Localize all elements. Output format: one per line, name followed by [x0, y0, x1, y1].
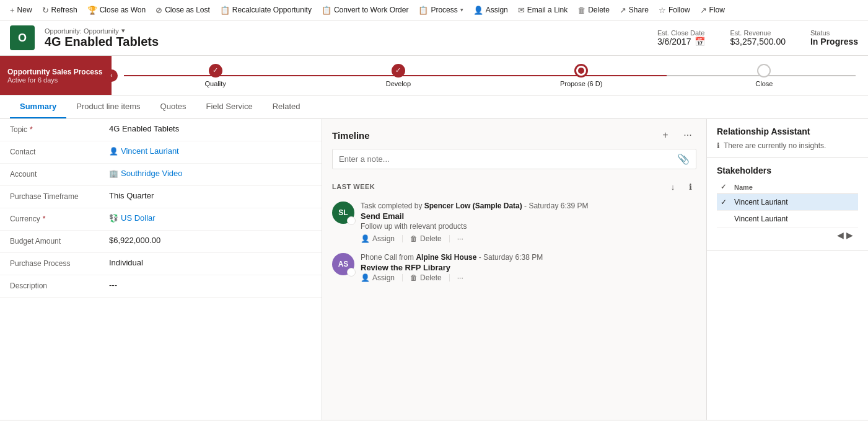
- field-value-description[interactable]: ---: [109, 280, 312, 290]
- account-link[interactable]: 🏢 Southridge Video: [109, 169, 183, 178]
- toolbar-email-link-button[interactable]: ✉ Email a Link: [513, 0, 572, 20]
- timeline-add-button[interactable]: +: [657, 126, 674, 144]
- toolbar-convert-button[interactable]: 📋 Convert to Work Order: [317, 0, 413, 20]
- info-icon[interactable]: ℹ: [684, 180, 696, 193]
- timeline-more-actions-button-1[interactable]: ···: [457, 234, 463, 243]
- toolbar-assign-button[interactable]: 👤 Assign: [468, 0, 513, 20]
- timeline-delete-button-2[interactable]: 🗑 Delete: [410, 273, 442, 282]
- task-completed-icon: ✓: [347, 216, 356, 225]
- attachment-icon[interactable]: 📎: [677, 153, 690, 165]
- stakeholders-section: Stakeholders ✓ Name ✓ Vincent Lauriant: [707, 158, 868, 250]
- sort-icon[interactable]: ↓: [667, 180, 679, 193]
- tab-product-line-items[interactable]: Product line items: [66, 95, 150, 118]
- timeline-item-1-subject: Send Email: [361, 211, 696, 221]
- field-row-currency: Currency * 💱 US Dollar: [0, 208, 322, 231]
- action-separator: [402, 235, 403, 242]
- check-cell-1: ✓: [717, 194, 730, 211]
- timeline-more-button[interactable]: ···: [679, 126, 696, 144]
- field-value-budget[interactable]: $6,922,000.00: [109, 236, 312, 245]
- flow-icon: ↗: [700, 6, 707, 15]
- toolbar-close-lost-button[interactable]: ⊘ Close as Lost: [151, 0, 215, 20]
- toolbar-new-button[interactable]: + New: [5, 0, 37, 20]
- avatar-sl: SL ✓: [332, 202, 354, 224]
- step-circle-close: [757, 64, 771, 78]
- field-value-currency: 💱 US Dollar: [109, 213, 312, 223]
- process-step-develop[interactable]: ✓ Develop: [307, 64, 489, 87]
- process-step-close[interactable]: Close: [673, 64, 856, 87]
- avatar-as: AS ↻: [332, 253, 354, 275]
- trophy-icon: 🏆: [87, 6, 97, 15]
- follow-icon: ☆: [659, 6, 666, 15]
- email-link-icon: ✉: [518, 6, 525, 15]
- check-column-header: ✓: [717, 180, 730, 194]
- field-value-topic[interactable]: 4G Enabled Tablets: [109, 124, 312, 133]
- tabs-bar: Summary Product line items Quotes Field …: [0, 95, 868, 119]
- field-row-contact: Contact 👤 Vincent Lauriant: [0, 141, 322, 164]
- field-label-account: Account: [10, 169, 109, 179]
- timeline-item-1-actions: 👤 Assign 🗑 Delete ···: [361, 234, 696, 243]
- field-value-account: 🏢 Southridge Video: [109, 169, 312, 178]
- timeline-actions: + ···: [657, 126, 696, 144]
- process-steps: ✓ Quality ✓ Develop Propose (6 D) Close: [112, 56, 868, 95]
- process-step-propose[interactable]: Propose (6 D): [490, 64, 673, 87]
- stakeholders-title: Stakeholders: [717, 166, 858, 175]
- delete-trash-icon: 🗑: [410, 234, 418, 243]
- note-input-area[interactable]: 📎: [332, 149, 696, 169]
- timeline-item-2-subject: Review the RFP Library: [361, 263, 696, 272]
- name-column-header: Name: [730, 180, 844, 194]
- currency-link[interactable]: 💱 US Dollar: [109, 213, 156, 223]
- record-header: O Opportunity: Opportunity ▾ 4G Enabled …: [0, 20, 868, 56]
- process-step-quality[interactable]: ✓ Quality: [124, 64, 307, 87]
- field-label-contact: Contact: [10, 146, 109, 156]
- process-bar: Opportunity Sales Process Active for 6 d…: [0, 56, 868, 95]
- scroll-left-button[interactable]: ◀: [837, 230, 844, 240]
- record-entity[interactable]: Opportunity: Opportunity ▾: [45, 27, 647, 35]
- toolbar-share-button[interactable]: ↗ Share: [615, 0, 654, 20]
- timeline-assign-button-1[interactable]: 👤 Assign: [361, 234, 395, 243]
- header-fields: Est. Close Date 3/6/2017 📅 Est. Revenue …: [657, 29, 858, 47]
- toolbar-refresh-button[interactable]: ↻ Refresh: [37, 0, 82, 20]
- tab-field-service[interactable]: Field Service: [196, 95, 263, 118]
- toolbar-follow-button[interactable]: ☆ Follow: [654, 0, 695, 20]
- process-icon: 📋: [418, 6, 428, 15]
- timeline-title: Timeline: [332, 130, 370, 141]
- check-cell-2: [717, 211, 730, 228]
- action-separator-2: [449, 235, 450, 242]
- right-panel: Relationship Assistant ℹ There are curre…: [707, 119, 868, 420]
- contact-link[interactable]: 👤 Vincent Lauriant: [109, 146, 179, 156]
- timeline-item-1-desc: Follow up with relevant products: [361, 222, 696, 231]
- record-icon: O: [10, 25, 35, 50]
- toolbar-close-won-button[interactable]: 🏆 Close as Won: [82, 0, 151, 20]
- toolbar-delete-button[interactable]: 🗑 Delete: [572, 0, 615, 20]
- section-label-last-week: LAST WEEK ↓ ℹ: [322, 177, 706, 197]
- field-row-purchase-process: Purchase Process Individual: [0, 253, 322, 275]
- tab-related[interactable]: Related: [263, 95, 310, 118]
- timeline-more-actions-button-2[interactable]: ···: [457, 273, 463, 282]
- calendar-icon[interactable]: 📅: [695, 37, 705, 47]
- relationship-assistant-section: Relationship Assistant ℹ There are curre…: [707, 119, 868, 158]
- refresh-icon: ↻: [42, 6, 49, 15]
- field-value-purchase-timeframe[interactable]: This Quarter: [109, 191, 312, 200]
- toolbar-flow-button[interactable]: ↗ Flow: [695, 0, 730, 20]
- stakeholder-row-2[interactable]: Vincent Lauriant: [717, 211, 858, 228]
- toolbar-recalculate-button[interactable]: 📋 Recalculate Opportunity: [215, 0, 317, 20]
- tab-summary[interactable]: Summary: [10, 95, 66, 118]
- timeline-assign-button-2[interactable]: 👤 Assign: [361, 273, 395, 282]
- timeline-item-2-actions: 👤 Assign 🗑 Delete ···: [361, 273, 696, 282]
- note-input[interactable]: [339, 154, 677, 164]
- plus-icon: +: [10, 6, 15, 15]
- tab-quotes[interactable]: Quotes: [151, 95, 196, 118]
- process-label-area[interactable]: Opportunity Sales Process Active for 6 d…: [0, 56, 112, 95]
- timeline-delete-button-1[interactable]: 🗑 Delete: [410, 234, 442, 243]
- field-value-purchase-process[interactable]: Individual: [109, 258, 312, 267]
- scroll-right-button[interactable]: ▶: [846, 230, 853, 240]
- stakeholders-table: ✓ Name ✓ Vincent Lauriant Vincent Lauria…: [717, 180, 858, 228]
- stakeholder-row-1[interactable]: ✓ Vincent Lauriant: [717, 194, 858, 211]
- phone-call-icon: ↻: [347, 268, 356, 277]
- convert-icon: 📋: [322, 6, 331, 15]
- field-label-currency: Currency *: [10, 213, 109, 223]
- stakeholders-scroll-nav: ◀ ▶: [717, 228, 858, 242]
- person-icon: 👤: [109, 147, 118, 156]
- toolbar-process-button[interactable]: 📋 Process ▾: [413, 0, 468, 20]
- timeline-item-1: SL ✓ Task completed by Spencer Low (Samp…: [322, 197, 706, 248]
